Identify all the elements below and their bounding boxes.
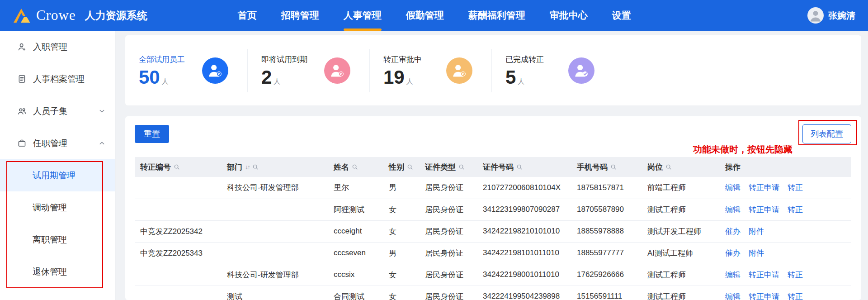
table-header-row: 转正编号部门↓↑姓名性别证件类型证件号码手机号码岗位操作 [135,157,851,177]
nav-item-compensation[interactable]: 薪酬福利管理 [468,0,525,31]
search-icon[interactable] [610,164,617,170]
table-row: 阿狸测试女居民身份证34122319980709028718705587890测… [135,199,851,220]
column-header-department[interactable]: 部门↓↑ [222,157,328,177]
cell-phone: 18855978888 [571,220,642,242]
search-icon[interactable] [407,164,413,170]
cell-position: 测试开发工程师 [642,220,720,242]
sidebar-item-tenure[interactable]: 任职管理 [0,127,115,159]
stat-card-regularization-completed[interactable]: 已完成转正5人 [491,49,613,92]
table-toolbar: 重置 列表配置 [135,124,851,143]
sidebar-item-personnel-subset[interactable]: 人员子集 [0,95,115,127]
column-header-id-type[interactable]: 证件类型 [420,157,477,177]
sidebar-item-label: 人事档案管理 [33,73,85,85]
search-icon[interactable] [665,164,672,170]
stat-card-all-probation[interactable]: 全部试用员工50人 [125,49,247,92]
search-icon[interactable] [352,164,358,170]
cell-actions: 编辑转正申请转正 [720,177,851,199]
search-icon[interactable] [252,164,259,170]
search-icon[interactable] [174,164,180,170]
column-header-phone[interactable]: 手机号码 [571,157,642,177]
column-label: 姓名 [334,162,349,172]
brand-name: Crowe [36,7,76,24]
stat-unit: 人 [518,77,524,86]
action-edit[interactable]: 编辑 [725,291,741,300]
nav-item-home[interactable]: 首页 [238,0,257,31]
action-apply-regularization[interactable]: 转正申请 [749,270,779,280]
action-apply-regularization[interactable]: 转正申请 [749,205,779,215]
nav-item-approval-center[interactable]: 审批中心 [550,0,588,31]
cell-position: 测试工程师 [642,199,720,220]
user-avatar [807,7,824,24]
action-regularize[interactable]: 转正 [788,291,803,300]
action-apply-regularization[interactable]: 转正申请 [749,182,779,193]
user-menu[interactable]: 张婉清 [807,7,855,24]
action-regularize[interactable]: 转正 [788,270,803,280]
action-urge[interactable]: 催办 [725,248,741,258]
sidebar-item-onboarding[interactable]: 入职管理 [0,31,115,63]
user-name: 张婉清 [828,10,855,22]
cell-serial [135,286,222,300]
column-header-name[interactable]: 姓名 [328,157,383,177]
sidebar-subitem-transfer[interactable]: 调动管理 [0,191,115,224]
cell-department [222,220,328,242]
main-nav: 首页招聘管理人事管理假勤管理薪酬福利管理审批中心设置 [238,0,631,31]
action-edit[interactable]: 编辑 [725,182,741,193]
column-header-id-number[interactable]: 证件号码 [477,157,571,177]
search-icon[interactable] [458,164,465,170]
nav-item-recruitment[interactable]: 招聘管理 [281,0,319,31]
stat-label: 转正审批中 [383,54,422,65]
cell-name: 合同测试 [328,286,383,300]
stats-card: 全部试用员工50人即将试用到期2人转正审批中19人已完成转正5人 [125,35,861,105]
column-label: 证件类型 [425,162,456,172]
stat-unit: 人 [274,77,280,86]
table-row: 科技公司-研发管理部里尔男居民身份证21072720060810104X1875… [135,177,851,199]
app-layout: 入职管理人事档案管理人员子集任职管理试用期管理调动管理离职管理退休管理 全部试用… [0,31,868,300]
action-urge[interactable]: 催办 [725,226,741,237]
stat-unit: 人 [406,77,413,86]
cell-id-number: 341223199807090287 [477,199,571,220]
cell-gender: 女 [383,264,420,286]
column-header-gender[interactable]: 性别 [383,157,420,177]
table-card: 重置 列表配置 功能未做时，按钮先隐藏 转正编号部门↓↑姓名性别证件类型证件号码… [125,116,861,300]
user-clock-icon [446,57,472,84]
nav-item-settings[interactable]: 设置 [612,0,631,31]
action-edit[interactable]: 编辑 [725,205,741,215]
user-clock-icon [202,57,228,84]
action-attachment[interactable]: 附件 [749,226,764,237]
action-regularize[interactable]: 转正 [788,182,803,193]
cell-id-number: 342422198101011010 [477,242,571,264]
cell-id-number: 342224199504239898 [477,286,571,300]
reset-button[interactable]: 重置 [135,125,169,143]
nav-item-attendance[interactable]: 假勤管理 [406,0,444,31]
column-header-serial[interactable]: 转正编号 [135,157,222,177]
column-label: 性别 [389,162,404,172]
sidebar-subitem-retirement[interactable]: 退休管理 [0,256,115,288]
sidebar-item-label: 人员子集 [33,105,67,117]
action-attachment[interactable]: 附件 [749,248,764,258]
action-apply-regularization[interactable]: 转正申请 [749,291,779,300]
column-header-position[interactable]: 岗位 [642,157,720,177]
table-row: 中竞发ZZ2025343cccseven男居民身份证34242219810101… [135,242,851,264]
cell-gender: 女 [383,220,420,242]
search-icon[interactable] [516,164,523,170]
cell-phone: 18855977777 [571,242,642,264]
sort-icon[interactable]: ↓↑ [245,163,250,171]
table-body: 科技公司-研发管理部里尔男居民身份证21072720060810104X1875… [135,177,851,300]
cell-department: 测试 [222,286,328,300]
cell-gender: 女 [383,286,420,300]
stat-card-probation-expiring[interactable]: 即将试用到期2人 [247,49,369,92]
table-row: 测试合同测试女居民身份证3422241995042398981515659111… [135,286,851,300]
team-icon [17,106,27,116]
list-config-button[interactable]: 列表配置 [802,124,851,143]
sidebar-subitem-resignation[interactable]: 离职管理 [0,224,115,256]
stat-card-regularization-pending[interactable]: 转正审批中19人 [369,49,491,92]
action-edit[interactable]: 编辑 [725,270,741,280]
cell-gender: 男 [383,242,420,264]
column-label: 转正编号 [140,162,171,172]
table-row: 科技公司-研发管理部cccsix女居民身份证342422198001011010… [135,264,851,286]
action-regularize[interactable]: 转正 [788,205,803,215]
nav-item-personnel[interactable]: 人事管理 [344,0,382,31]
sidebar-subitem-probation[interactable]: 试用期管理 [0,159,115,191]
sidebar-item-personnel-archive[interactable]: 人事档案管理 [0,63,115,95]
document-icon [17,74,27,84]
